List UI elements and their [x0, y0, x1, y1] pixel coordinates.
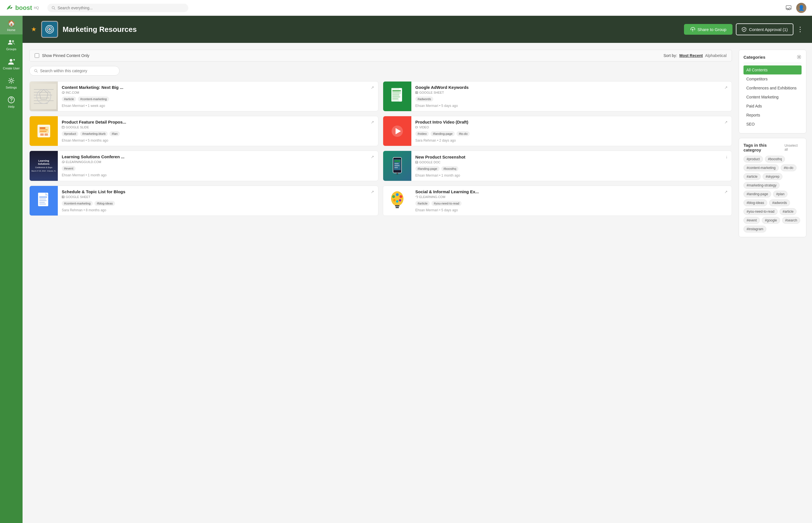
tag-pill-event[interactable]: #event: [743, 217, 760, 224]
card-source-2: GOOGLE SHEET: [415, 91, 728, 94]
link-icon-5: [62, 161, 64, 163]
tag-blog-ideas-7[interactable]: #blog-ideas: [94, 201, 115, 206]
tag-pill-product[interactable]: #product: [743, 156, 763, 162]
content-card-8[interactable]: Social & Informal Learning Ex... ↗ ELEAR…: [383, 186, 732, 216]
tag-pill-landing-page[interactable]: #landing-page: [743, 191, 771, 197]
tag-landing-page-6[interactable]: #landing-page: [415, 166, 439, 171]
category-search-input[interactable]: [40, 69, 115, 73]
table-icon-2: [415, 91, 418, 94]
card-meta-1: Ehsan Mermari • 1 week ago: [62, 104, 374, 108]
content-card-6[interactable]: New Product Screenshot ↓ GOOGLE DOC: [383, 151, 732, 181]
tag-article-1[interactable]: #article: [62, 96, 76, 102]
content-card-1[interactable]: Content Marketing: Next Big ... ↗ INC.CO…: [29, 81, 378, 111]
tag-pill-to-do[interactable]: #to-do: [781, 164, 796, 171]
tag-pill-search[interactable]: #search: [782, 217, 800, 224]
sidebar-item-settings[interactable]: Settings: [0, 73, 22, 92]
tag-pill-instagram[interactable]: #instagram: [743, 226, 766, 232]
tag-content-marketing-7[interactable]: #content-marketing: [62, 201, 93, 206]
global-search-input[interactable]: [58, 6, 184, 10]
card-title-row-2: Google AdWord Keywords ↗: [415, 85, 728, 90]
card-title-4: Product Intro Video (Draft): [415, 120, 468, 124]
svg-point-74: [393, 199, 396, 201]
content-approval-button[interactable]: Content Approval (1): [736, 23, 793, 35]
tag-you-need-to-read-8[interactable]: #you-need-to-read: [431, 201, 461, 206]
tag-event-5[interactable]: #event: [62, 166, 76, 171]
external-link-icon-1[interactable]: ↗: [371, 85, 374, 90]
tag-pill-you-need-to-read[interactable]: #you-need-to-read: [743, 208, 778, 215]
tag-pill-skyprep[interactable]: #skyprep: [763, 173, 783, 180]
external-link-icon-2[interactable]: ↗: [724, 85, 728, 90]
tag-pill-marketing-strategy[interactable]: #marketing-strategy: [743, 182, 779, 189]
card-tags-1: #article #content-marketing: [62, 96, 374, 102]
global-search-bar[interactable]: [48, 4, 188, 12]
content-card-3[interactable]: Product Feature Detail Propos... ↗ GOOGL…: [29, 116, 378, 146]
show-pinned-checkbox[interactable]: [35, 53, 39, 58]
share-to-group-button[interactable]: Share to Group: [684, 24, 733, 35]
tag-product-3[interactable]: #product: [62, 131, 78, 136]
tag-pill-article[interactable]: #article: [743, 173, 761, 180]
sidebar-item-groups[interactable]: Groups: [0, 34, 22, 54]
category-item-paid-ads[interactable]: Paid Ads: [743, 102, 801, 111]
messages-icon[interactable]: [786, 5, 792, 11]
category-item-seo[interactable]: SEO: [743, 120, 801, 129]
tag-content-marketing-1[interactable]: #content-marketing: [78, 96, 109, 102]
category-search-bar[interactable]: [29, 66, 119, 76]
category-item-content-marketing[interactable]: Content Marketing: [743, 92, 801, 102]
external-link-icon-7[interactable]: ↗: [371, 190, 374, 194]
tag-pill-plan[interactable]: #plan: [773, 191, 788, 197]
content-card-4[interactable]: Product Intro Video (Draft) ↗ VIDEO: [383, 116, 732, 146]
unselect-all-button[interactable]: Unselect all: [785, 144, 801, 151]
card-tags-6: #landing-page #boosthq: [415, 166, 728, 171]
card-meta-7: Sara Rehman • 8 months ago: [62, 208, 374, 212]
svg-rect-35: [40, 127, 45, 129]
tag-pill-content-marketing[interactable]: #content-marketing: [743, 164, 779, 171]
tag-pill-article2[interactable]: #article: [779, 208, 797, 215]
sort-most-recent[interactable]: Most Recent: [679, 53, 703, 58]
tag-marketing-blurb-3[interactable]: #marketing-blurb: [80, 131, 108, 136]
video-thumbnail-4: [383, 116, 411, 146]
tag-article-8[interactable]: #article: [415, 201, 430, 206]
external-link-icon-3[interactable]: ↗: [371, 120, 374, 124]
tag-lan-3[interactable]: #lan: [109, 131, 120, 136]
star-icon[interactable]: ★: [31, 26, 37, 33]
upload-cloud-icon: [690, 27, 695, 32]
tag-pill-adwords[interactable]: #adwords: [769, 199, 790, 206]
external-link-icon-4[interactable]: ↗: [724, 120, 728, 124]
category-item-all[interactable]: All Contents: [743, 66, 801, 74]
content-area: ★ Marketing Resources Sh: [22, 16, 812, 523]
card-title-row-8: Social & Informal Learning Ex... ↗: [415, 189, 728, 194]
sidebar-item-home[interactable]: 🏠 Home: [0, 16, 22, 34]
sidebar-item-create-user[interactable]: Create User: [0, 54, 22, 73]
content-card-2[interactable]: Google AdWord Keywords ↗ GOO: [383, 81, 732, 111]
external-link-icon-5[interactable]: ↗: [371, 155, 374, 159]
card-body-4: Product Intro Video (Draft) ↗ VIDEO: [411, 116, 732, 146]
svg-point-70: [392, 195, 395, 198]
card-thumb-7: [30, 186, 58, 216]
sort-alphabetical[interactable]: Alphabetical: [705, 53, 726, 58]
categories-gear-icon[interactable]: [796, 54, 801, 59]
tag-boosthq-6[interactable]: #boosthq: [441, 166, 458, 171]
card-body-8: Social & Informal Learning Ex... ↗ ELEAR…: [411, 186, 732, 216]
tag-video-4[interactable]: #video: [415, 131, 429, 136]
content-card-5[interactable]: LearningSolutionsConference & ExpoMarch …: [29, 151, 378, 181]
user-avatar[interactable]: 👤: [796, 3, 806, 13]
tag-landing-page-4[interactable]: #landing-page: [431, 131, 455, 136]
download-icon-6[interactable]: ↓: [725, 154, 728, 159]
tag-pill-boosthq[interactable]: #boosthq: [765, 156, 785, 162]
card-author-2: Ehsan Mermari: [415, 104, 438, 108]
external-link-icon-8[interactable]: ↗: [724, 190, 728, 194]
article-thumbnail-1: [30, 82, 58, 111]
more-options-button[interactable]: ⋮: [797, 25, 804, 33]
tag-to-do-4[interactable]: #to-do: [456, 131, 470, 136]
sidebar-item-help[interactable]: Help: [0, 92, 22, 111]
card-author-4: Sara Rehman: [415, 139, 436, 142]
card-author-6: Ehsan Mermari: [415, 174, 438, 177]
tag-adwords-2[interactable]: #adwords: [415, 96, 433, 102]
svg-rect-44: [416, 126, 417, 128]
content-card-7[interactable]: Schedule & Topic List for Blogs ↗: [29, 186, 378, 216]
category-item-competitors[interactable]: Competitors: [743, 74, 801, 84]
tag-pill-google[interactable]: #google: [762, 217, 780, 224]
tag-pill-blog-ideas[interactable]: #blog-ideas: [743, 199, 767, 206]
category-item-conferences[interactable]: Conferences and Exhibitions: [743, 84, 801, 92]
category-item-reports[interactable]: Reports: [743, 111, 801, 120]
